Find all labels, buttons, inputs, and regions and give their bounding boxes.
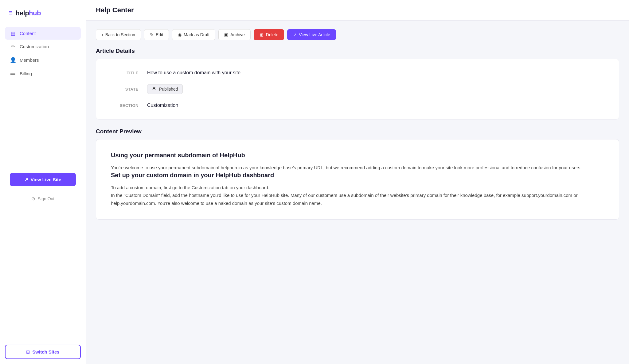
draft-icon: ◉ <box>178 32 182 37</box>
preview-heading-1: Set up your custom domain in your HelpHu… <box>111 172 604 179</box>
title-value: How to use a custom domain with your sit… <box>147 70 240 76</box>
title-row: TITLE How to use a custom domain with yo… <box>111 70 604 76</box>
sidebar-item-customization[interactable]: ✏ Customization <box>5 40 81 53</box>
article-details-card: TITLE How to use a custom domain with yo… <box>96 59 619 119</box>
state-label: STATE <box>111 87 139 92</box>
archive-button[interactable]: ▣ Archive <box>218 29 251 40</box>
main-content: Help Center ‹ Back to Section ✎ Edit ◉ M… <box>86 0 629 364</box>
external-link-icon: ↗ <box>25 177 28 182</box>
sidebar-item-members[interactable]: 👤 Members <box>5 53 81 67</box>
sign-out-item[interactable]: ⊙ Sign Out <box>0 194 86 206</box>
preview-block-0: Using your permanent subdomain of HelpHu… <box>111 152 604 172</box>
state-value: 👁 Published <box>147 84 183 94</box>
preview-body-0: You're welcome to use your permanent sub… <box>111 164 604 172</box>
delete-button[interactable]: 🗑 Delete <box>254 29 284 40</box>
delete-icon: 🗑 <box>260 32 264 37</box>
section-label: SECTION <box>111 103 139 108</box>
back-arrow-icon: ‹ <box>102 32 103 37</box>
sidebar: ≡ helphub ▤ Content ✏ Customization 👤 Me… <box>0 0 86 364</box>
archive-icon: ▣ <box>224 32 228 37</box>
sidebar-item-label: Content <box>20 31 36 36</box>
state-badge: 👁 Published <box>147 84 183 94</box>
page-title: Help Center <box>96 6 619 14</box>
edit-icon: ✎ <box>150 32 154 37</box>
sidebar-item-label: Billing <box>20 71 32 76</box>
top-bar: Help Center <box>86 0 629 21</box>
preview-block-1: Set up your custom domain in your HelpHu… <box>111 172 604 192</box>
switch-sites-button[interactable]: ⊞ Switch Sites <box>5 345 81 359</box>
sidebar-item-content[interactable]: ▤ Content <box>5 27 81 40</box>
logo: ≡ helphub <box>0 0 86 25</box>
customization-icon: ✏ <box>10 44 16 49</box>
eye-icon: 👁 <box>152 86 157 92</box>
sidebar-item-label: Members <box>20 57 39 63</box>
toolbar: ‹ Back to Section ✎ Edit ◉ Mark as Draft… <box>96 29 619 40</box>
title-label: TITLE <box>111 71 139 75</box>
edit-button[interactable]: ✎ Edit <box>144 29 169 40</box>
back-to-section-button[interactable]: ‹ Back to Section <box>96 29 141 40</box>
external-link-icon: ↗ <box>293 32 297 37</box>
view-live-site-button[interactable]: ↗ View Live Site <box>10 173 76 186</box>
view-live-article-button[interactable]: ↗ View Live Article <box>287 29 336 40</box>
preview-body-2: In the "Custom Domain" field, add the ho… <box>111 191 604 207</box>
section-row: SECTION Customization <box>111 103 604 108</box>
content-preview-card: Using your permanent subdomain of HelpHu… <box>96 139 619 220</box>
sidebar-item-billing[interactable]: ▬ Billing <box>5 67 81 80</box>
article-details-title: Article Details <box>96 48 619 54</box>
content-area: ‹ Back to Section ✎ Edit ◉ Mark as Draft… <box>86 21 629 228</box>
nav-items: ▤ Content ✏ Customization 👤 Members ▬ Bi… <box>0 25 86 168</box>
members-icon: 👤 <box>10 57 16 63</box>
mark-as-draft-button[interactable]: ◉ Mark as Draft <box>172 29 215 40</box>
content-icon: ▤ <box>10 30 16 36</box>
logo-text: helphub <box>16 9 41 17</box>
billing-icon: ▬ <box>10 71 16 76</box>
content-preview-title: Content Preview <box>96 128 619 135</box>
sidebar-bottom: ⊞ Switch Sites <box>0 345 86 364</box>
sidebar-item-label: Customization <box>20 44 49 49</box>
section-value: Customization <box>147 103 178 108</box>
preview-body-1: To add a custom domain, first go to the … <box>111 184 604 192</box>
preview-heading-0: Using your permanent subdomain of HelpHu… <box>111 152 604 159</box>
switch-sites-icon: ⊞ <box>26 350 30 354</box>
signout-icon: ⊙ <box>31 196 35 202</box>
preview-block-2: In the "Custom Domain" field, add the ho… <box>111 191 604 207</box>
logo-icon: ≡ <box>9 9 13 17</box>
state-row: STATE 👁 Published <box>111 84 604 94</box>
